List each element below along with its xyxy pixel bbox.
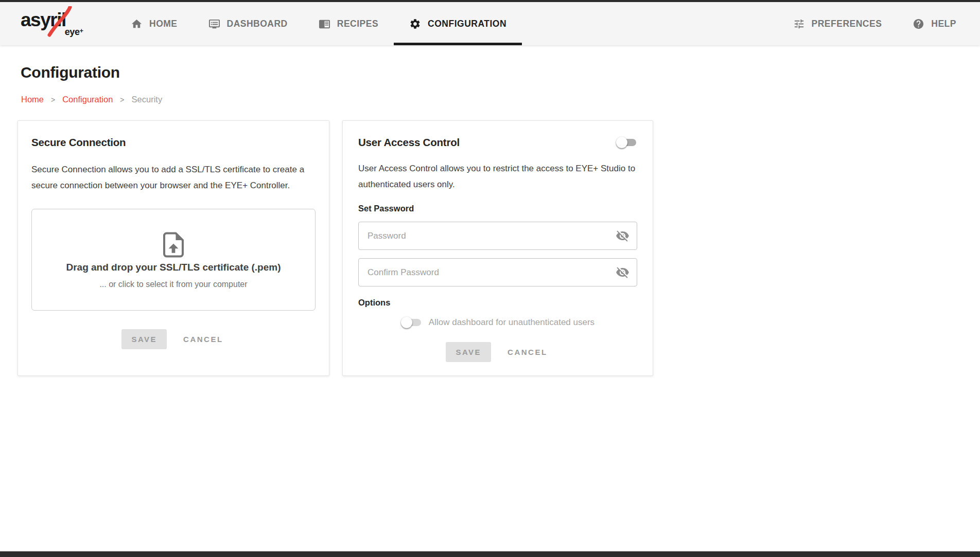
page-content: Configuration Home > Configuration > Sec…: [0, 45, 980, 551]
user-access-control-actions: SAVE CANCEL: [358, 342, 637, 362]
toggle-knob: [401, 317, 412, 328]
toggle-knob: [616, 137, 627, 148]
gear-icon: [409, 18, 421, 30]
preferences-label: PREFERENCES: [812, 19, 882, 29]
page-title: Configuration: [21, 64, 980, 81]
breadcrumb-current-security: Security: [132, 95, 163, 104]
secure-connection-description: Secure Connection allows you to add a SS…: [31, 162, 316, 193]
preferences-button[interactable]: PREFERENCES: [778, 2, 898, 45]
user-access-control-card: User Access Control User Access Control …: [342, 120, 653, 376]
brand-sub: eye: [65, 27, 80, 37]
dropzone-title: Drag and drop your SSL/TLS certificate (…: [66, 262, 281, 273]
tab-recipes[interactable]: RECIPES: [303, 2, 394, 45]
confirm-password-input[interactable]: [358, 258, 637, 286]
breadcrumb-separator: >: [51, 96, 55, 104]
secure-connection-cancel-button[interactable]: CANCEL: [181, 329, 225, 349]
password-field-wrapper: [358, 222, 637, 250]
user-access-control-header: User Access Control: [358, 136, 637, 149]
tab-configuration-label: CONFIGURATION: [428, 19, 506, 29]
breadcrumb: Home > Configuration > Security: [21, 95, 980, 104]
options-label: Options: [358, 298, 637, 308]
tab-home[interactable]: HOME: [115, 2, 193, 45]
breadcrumb-separator: >: [120, 96, 124, 104]
certificate-dropzone[interactable]: Drag and drop your SSL/TLS certificate (…: [31, 209, 316, 311]
bottom-border-bar: [0, 551, 980, 557]
tab-recipes-label: RECIPES: [337, 19, 378, 29]
user-access-control-toggle[interactable]: [616, 136, 637, 149]
help-label: HELP: [931, 19, 956, 29]
password-visibility-off-icon[interactable]: [616, 229, 629, 243]
dropzone-subtitle: ... or click to select it from your comp…: [99, 280, 247, 289]
recipes-book-icon: [319, 18, 330, 30]
password-input[interactable]: [358, 222, 637, 250]
confirm-password-visibility-off-icon[interactable]: [616, 265, 629, 279]
main-nav-tabs: HOME DASHBOARD RECIPES CONFIGURATION: [115, 2, 522, 45]
tab-dashboard-label: DASHBOARD: [227, 19, 288, 29]
breadcrumb-configuration-link[interactable]: Configuration: [62, 95, 113, 104]
secure-connection-title: Secure Connection: [31, 136, 316, 149]
breadcrumb-home-link[interactable]: Home: [21, 95, 44, 104]
user-access-control-cancel-button[interactable]: CANCEL: [505, 342, 550, 362]
help-circle-icon: [913, 18, 924, 30]
cards-row: Secure Connection Secure Connection allo…: [18, 120, 980, 376]
brand-logo[interactable]: asyril eye+: [21, 2, 83, 45]
dashboard-monitor-icon: [208, 18, 220, 30]
allow-dashboard-option-row: Allow dashboard for unauthenticated user…: [358, 316, 637, 329]
brand-sub-plus: +: [79, 27, 83, 34]
top-navigation-bar: asyril eye+ HOME DASHBOARD RECIPES CONFI…: [0, 2, 980, 45]
upload-file-icon: [160, 231, 187, 259]
secure-connection-save-button[interactable]: SAVE: [121, 329, 167, 349]
user-access-control-title: User Access Control: [358, 136, 460, 149]
help-button[interactable]: HELP: [897, 2, 972, 45]
secure-connection-actions: SAVE CANCEL: [31, 329, 316, 349]
home-icon: [131, 18, 143, 30]
secure-connection-card: Secure Connection Secure Connection allo…: [18, 120, 329, 376]
tune-sliders-icon: [793, 18, 805, 30]
set-password-label: Set Password: [358, 204, 637, 213]
tab-dashboard[interactable]: DASHBOARD: [193, 2, 303, 45]
allow-dashboard-toggle[interactable]: [401, 316, 422, 329]
allow-dashboard-label: Allow dashboard for unauthenticated user…: [429, 317, 594, 328]
user-access-control-description: User Access Control allows you to restri…: [358, 161, 637, 192]
tab-home-label: HOME: [149, 19, 178, 29]
tab-configuration[interactable]: CONFIGURATION: [394, 2, 522, 45]
confirm-password-field-wrapper: [358, 258, 637, 286]
user-access-control-save-button[interactable]: SAVE: [446, 342, 491, 362]
nav-right-group: PREFERENCES HELP: [778, 2, 972, 45]
